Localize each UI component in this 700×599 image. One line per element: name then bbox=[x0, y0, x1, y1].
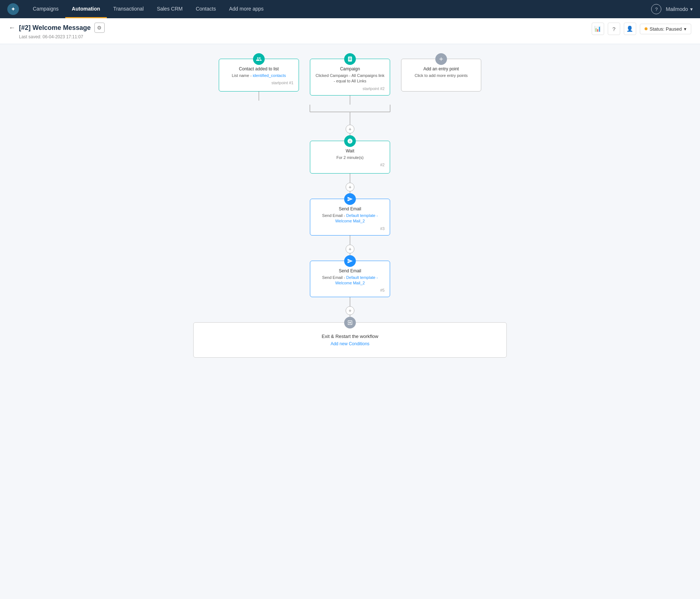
add-conditions-link[interactable]: Add new Conditions bbox=[205, 341, 495, 346]
last-saved-text: Last saved: 06-04-2023 17:11:07 bbox=[9, 34, 105, 39]
entry-points-row: Contact added to list List name - identi… bbox=[219, 59, 481, 105]
send-email2-number: #5 bbox=[380, 288, 385, 292]
user-icon: 👤 bbox=[626, 26, 633, 32]
send-email1-number: #3 bbox=[380, 226, 385, 231]
entry-col-2: Campaign Clicked Campaign - All Campaign… bbox=[310, 59, 390, 105]
entry2-startpoint: startpoint #2 bbox=[362, 86, 385, 91]
nav-sales-crm[interactable]: Sales CRM bbox=[150, 0, 189, 18]
entry2-icon bbox=[344, 53, 356, 65]
send-email1-title: Send Email bbox=[339, 206, 361, 211]
conn-6 bbox=[350, 236, 350, 245]
page-title: [#2] Welcome Message bbox=[19, 24, 91, 32]
send-email2-title: Send Email bbox=[339, 268, 361, 273]
entry1-title: Contact added to list bbox=[239, 66, 279, 71]
settings-button[interactable]: ⚙ bbox=[94, 23, 105, 33]
account-chevron-icon: ▾ bbox=[690, 6, 693, 12]
send-email2-subtitle: Send Email - Default template - Welcome … bbox=[315, 275, 385, 286]
exit-icon bbox=[344, 317, 356, 328]
exit-title: Exit & Restart the workflow bbox=[205, 334, 495, 339]
settings-icon: ⚙ bbox=[97, 25, 102, 31]
nav-contacts[interactable]: Contacts bbox=[189, 0, 222, 18]
connector-1 bbox=[258, 92, 259, 101]
send-email1-icon bbox=[344, 193, 356, 205]
add-entry-icon bbox=[435, 53, 447, 65]
nav-transactional[interactable]: Transactional bbox=[107, 0, 151, 18]
sub-header-left: ← [#2] Welcome Message ⚙ Last saved: 06-… bbox=[9, 23, 105, 39]
entry1-list-value: identified_contacts bbox=[253, 73, 286, 78]
logo-icon: ✦ bbox=[7, 3, 19, 15]
entry-col-3: Add an entry point Click to add more ent… bbox=[401, 59, 481, 105]
wait-node[interactable]: Wait For 2 minute(s) #2 bbox=[310, 141, 390, 174]
wait-number: #2 bbox=[380, 163, 385, 167]
nav-items: Campaigns Automation Transactional Sales… bbox=[26, 0, 651, 18]
entry1-startpoint: startpoint #1 bbox=[271, 81, 293, 85]
sub-header: ← [#2] Welcome Message ⚙ Last saved: 06-… bbox=[0, 18, 700, 44]
connector-2 bbox=[350, 96, 350, 105]
entry-node-1[interactable]: Contact added to list List name - identi… bbox=[219, 59, 299, 92]
add-step-btn-3[interactable]: + bbox=[346, 245, 354, 253]
status-label: Status: Paused bbox=[650, 26, 682, 32]
wait-subtitle: For 2 minute(s) bbox=[337, 155, 364, 160]
add-entry-title: Add an entry point bbox=[423, 66, 459, 71]
back-button[interactable]: ← bbox=[9, 24, 15, 32]
workflow-canvas: Contact added to list List name - identi… bbox=[0, 44, 700, 599]
top-nav: ✦ Campaigns Automation Transactional Sal… bbox=[0, 0, 700, 18]
flow-container: Contact added to list List name - identi… bbox=[131, 59, 569, 358]
help-icon: ? bbox=[612, 26, 615, 32]
nav-account[interactable]: Mailmodo ▾ bbox=[666, 6, 693, 12]
status-button[interactable]: Status: Paused ▾ bbox=[640, 24, 691, 34]
analytics-icon: 📊 bbox=[594, 26, 601, 32]
send-email-node-2[interactable]: Send Email Send Email - Default template… bbox=[310, 261, 390, 297]
entry1-icon bbox=[253, 53, 265, 65]
entry-node-2[interactable]: Campaign Clicked Campaign - All Campaign… bbox=[310, 59, 390, 96]
send-email-node-1[interactable]: Send Email Send Email - Default template… bbox=[310, 199, 390, 236]
sub-header-right: 📊 ? 👤 Status: Paused ▾ bbox=[592, 23, 691, 35]
status-dot bbox=[645, 27, 648, 30]
entry-col-1: Contact added to list List name - identi… bbox=[219, 59, 299, 105]
conn-8 bbox=[350, 297, 350, 306]
nav-add-more-apps[interactable]: Add more apps bbox=[222, 0, 270, 18]
entry1-subtitle: List name - identified_contacts bbox=[232, 73, 286, 78]
exit-card[interactable]: Exit & Restart the workflow Add new Cond… bbox=[193, 322, 507, 358]
nav-help-icon[interactable]: ? bbox=[651, 4, 661, 14]
entry1-list-label: List name - bbox=[232, 73, 253, 78]
add-entry-node[interactable]: Add an entry point Click to add more ent… bbox=[401, 59, 481, 92]
send-email2-icon bbox=[344, 255, 356, 267]
user-button[interactable]: 👤 bbox=[624, 23, 636, 35]
add-entry-subtitle: Click to add more entry points bbox=[415, 73, 468, 78]
send-email1-subtitle: Send Email - Default template - Welcome … bbox=[315, 213, 385, 224]
nav-automation[interactable]: Automation bbox=[65, 0, 107, 18]
send-email2-label: Send Email - bbox=[322, 275, 346, 280]
wait-title: Wait bbox=[346, 148, 354, 153]
help-button[interactable]: ? bbox=[608, 23, 620, 35]
conn-4 bbox=[350, 174, 350, 183]
add-step-btn-2[interactable]: + bbox=[346, 183, 354, 191]
wait-icon bbox=[344, 135, 356, 147]
send-email1-label: Send Email - bbox=[322, 213, 346, 218]
nav-campaigns[interactable]: Campaigns bbox=[26, 0, 65, 18]
status-chevron-icon: ▾ bbox=[684, 26, 687, 32]
entry2-desc: Clicked Campaign - All Campaigns link - … bbox=[315, 73, 385, 84]
analytics-button[interactable]: 📊 bbox=[592, 23, 604, 35]
title-row: ← [#2] Welcome Message ⚙ bbox=[9, 23, 105, 33]
account-label: Mailmodo bbox=[666, 6, 688, 12]
add-step-btn-4[interactable]: + bbox=[346, 306, 354, 315]
entry2-title: Campaign bbox=[340, 66, 360, 71]
nav-right: ? Mailmodo ▾ bbox=[651, 4, 693, 14]
merge-connector bbox=[259, 105, 441, 125]
add-step-btn-1[interactable]: + bbox=[346, 125, 354, 133]
